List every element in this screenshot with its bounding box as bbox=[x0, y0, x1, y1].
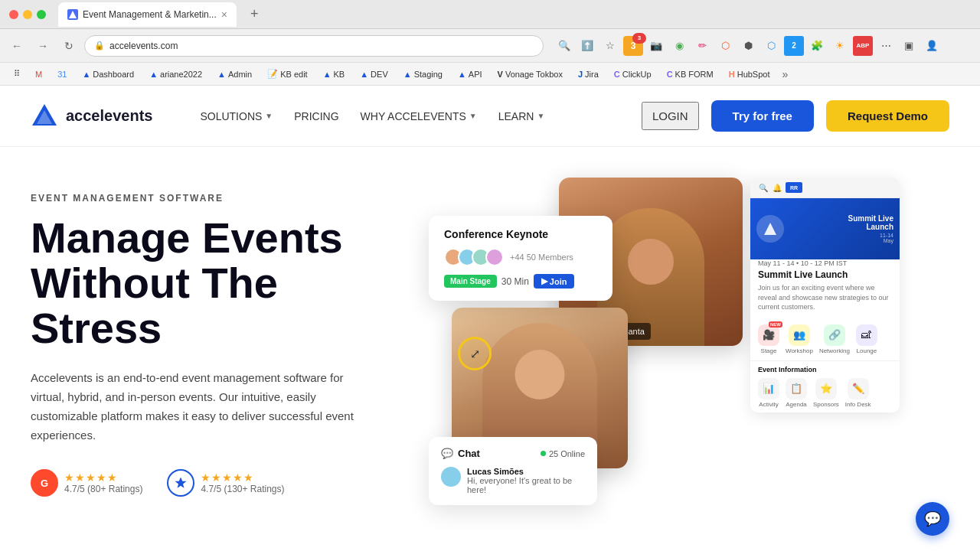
hero-left: EVENT MANAGEMENT SOFTWARE Manage Events … bbox=[31, 178, 398, 551]
request-demo-button[interactable]: Request Demo bbox=[826, 100, 949, 132]
bookmark-gmail[interactable]: M bbox=[29, 68, 48, 80]
ext2-icon[interactable]: ⬡ bbox=[761, 36, 781, 56]
bookmark-kb[interactable]: ▲ KB bbox=[317, 68, 351, 80]
new-tab-btn[interactable]: + bbox=[246, 6, 263, 22]
ext4-icon[interactable]: 🧩 bbox=[807, 36, 827, 56]
layout-icon[interactable]: ▣ bbox=[899, 36, 919, 56]
close-window-btn[interactable] bbox=[9, 10, 18, 19]
bookmark-kbedit[interactable]: 📝 KB edit bbox=[261, 67, 313, 80]
info-desk-icon: ✏️ bbox=[852, 383, 864, 394]
bookmark-ariane[interactable]: ▲ ariane2022 bbox=[143, 68, 208, 80]
frame-icon[interactable]: ⬡ bbox=[715, 36, 735, 56]
event-agenda: 📋 Agenda bbox=[786, 378, 807, 408]
summit-banner: Summit Live Launch 11-14May bbox=[750, 198, 900, 259]
learn-label: LEARN bbox=[498, 110, 534, 122]
api-icon: ▲ bbox=[458, 70, 466, 79]
camera-icon[interactable]: 📷 bbox=[646, 36, 666, 56]
bookmark-api-label: API bbox=[469, 70, 482, 79]
url-text: accelevents.com bbox=[109, 41, 178, 51]
capterra-score: 4.7/5 (130+ Ratings) bbox=[201, 484, 284, 494]
apps-icon: ⠿ bbox=[14, 69, 20, 79]
bookmark-icon[interactable]: ☆ bbox=[600, 36, 620, 56]
ext5-icon[interactable]: ☀ bbox=[830, 36, 850, 56]
summit-bell-icon[interactable]: 🔔 bbox=[772, 182, 782, 193]
bookmark-hubspot[interactable]: H HubSpot bbox=[723, 68, 776, 80]
bookmark-vonage[interactable]: V Vonage Tokbox bbox=[492, 68, 569, 80]
chat-float-button[interactable]: 💬 bbox=[916, 502, 949, 536]
website-content: accelevents SOLUTIONS ▼ PRICING WHY ACCE… bbox=[0, 86, 980, 551]
gmail-icon: M bbox=[35, 70, 42, 79]
maximize-window-btn[interactable] bbox=[37, 10, 46, 19]
reload-btn[interactable]: ↻ bbox=[58, 35, 80, 57]
event-info-desk: ✏️ Info Desk bbox=[845, 378, 871, 408]
nav-pricing[interactable]: PRICING bbox=[285, 104, 348, 129]
try-free-button[interactable]: Try for free bbox=[711, 100, 814, 132]
summit-banner-text: Summit Live Launch 11-14May bbox=[848, 214, 893, 243]
bookmark-dev-label: DEV bbox=[371, 70, 388, 79]
agenda-icon-box: 📋 bbox=[786, 378, 807, 399]
activity-label: Activity bbox=[759, 401, 778, 408]
address-bar[interactable]: 🔒 accelevents.com bbox=[84, 35, 544, 57]
minimize-window-btn[interactable] bbox=[23, 10, 32, 19]
bookmark-kbform[interactable]: C KB FORM bbox=[661, 68, 720, 80]
site-logo[interactable]: accelevents bbox=[31, 103, 152, 130]
share2-icon[interactable]: ◉ bbox=[669, 36, 689, 56]
extension-badge[interactable]: 3 bbox=[623, 36, 643, 56]
nav-solutions[interactable]: SOLUTIONS ▼ bbox=[191, 104, 282, 129]
profile-icon[interactable]: 👤 bbox=[922, 36, 942, 56]
summit-search-icon[interactable]: 🔍 bbox=[758, 182, 769, 193]
zoom-icon[interactable]: 🔍 bbox=[554, 36, 574, 56]
ext7-icon[interactable]: ⋯ bbox=[876, 36, 896, 56]
bookmark-clickup[interactable]: C ClickUp bbox=[608, 68, 658, 80]
cal-icon: 31 bbox=[57, 70, 67, 79]
bookmark-dev[interactable]: ▲ DEV bbox=[354, 68, 394, 80]
bookmark-jira[interactable]: J Jira bbox=[572, 68, 605, 80]
close-tab-btn[interactable]: × bbox=[221, 8, 227, 21]
bookmarks-bar: ⠿ M 31 ▲ Dashboard ▲ ariane2022 ▲ Admin … bbox=[0, 63, 980, 86]
bookmark-api[interactable]: ▲ API bbox=[452, 68, 488, 80]
summit-panel: 🔍 🔔 RR bbox=[750, 178, 900, 412]
bookmark-cal[interactable]: 31 bbox=[51, 68, 73, 80]
why-chevron: ▼ bbox=[469, 112, 477, 120]
bookmark-staging[interactable]: ▲ Staging bbox=[397, 68, 449, 80]
join-tag[interactable]: ▶ Join bbox=[534, 274, 575, 289]
login-button[interactable]: LOGIN bbox=[642, 102, 699, 130]
bookmarks-more-btn[interactable]: » bbox=[779, 67, 792, 82]
lounge-icon: 🛋 bbox=[861, 329, 871, 341]
share-icon[interactable]: ⬆️ bbox=[577, 36, 597, 56]
nav-learn[interactable]: LEARN ▼ bbox=[489, 104, 554, 129]
forward-btn[interactable]: → bbox=[32, 35, 54, 57]
chat-message-text: Hi, everyone! It's great to be here! bbox=[467, 476, 585, 494]
hubspot-icon: H bbox=[729, 70, 735, 79]
summit-feature-lounge: 🛋 Lounge bbox=[856, 324, 877, 354]
logo-icon bbox=[31, 103, 58, 130]
time-tag: 30 Min bbox=[501, 276, 529, 287]
edit-icon[interactable]: ✏ bbox=[692, 36, 712, 56]
bookmark-kbedit-label: KB edit bbox=[280, 70, 307, 79]
chat-bubble-icon: 💬 bbox=[441, 448, 453, 459]
back-btn[interactable]: ← bbox=[6, 35, 28, 57]
conference-avatars: +44 50 Members bbox=[444, 248, 597, 266]
bookmark-admin[interactable]: ▲ Admin bbox=[211, 68, 258, 80]
ext1-icon[interactable]: ⬢ bbox=[738, 36, 758, 56]
solutions-chevron: ▼ bbox=[265, 112, 273, 120]
networking-icon-box: 🔗 bbox=[824, 324, 845, 346]
ext6-icon[interactable]: ABP bbox=[853, 36, 873, 56]
lock-icon: 🔒 bbox=[94, 41, 105, 51]
browser-toolbar: 🔍 ⬆️ ☆ 3 📷 ◉ ✏ ⬡ ⬢ ⬡ 2 🧩 ☀ ABP ⋯ ▣ 👤 bbox=[554, 36, 942, 56]
bookmark-hubspot-label: HubSpot bbox=[737, 70, 770, 79]
ext3-badge[interactable]: 2 bbox=[784, 36, 804, 56]
nav-why[interactable]: WHY ACCELEVENTS ▼ bbox=[351, 104, 486, 129]
bookmark-apps[interactable]: ⠿ bbox=[8, 67, 26, 80]
pricing-label: PRICING bbox=[294, 110, 338, 122]
chat-sender-name: Lucas Simões bbox=[467, 467, 585, 476]
workshop-icon: 👥 bbox=[793, 329, 805, 341]
bookmark-dashboard[interactable]: ▲ Dashboard bbox=[76, 68, 140, 80]
activity-icon: 📊 bbox=[763, 383, 775, 394]
hero-description: Accelevents is an end-to-end event manag… bbox=[31, 369, 368, 445]
bookmark-admin-label: Admin bbox=[228, 70, 252, 79]
browser-tab[interactable]: Event Management & Marketin... × bbox=[58, 2, 237, 27]
summit-banner-line2: Launch bbox=[848, 223, 893, 231]
summit-logo bbox=[756, 215, 784, 243]
clickup-icon: C bbox=[614, 70, 620, 79]
